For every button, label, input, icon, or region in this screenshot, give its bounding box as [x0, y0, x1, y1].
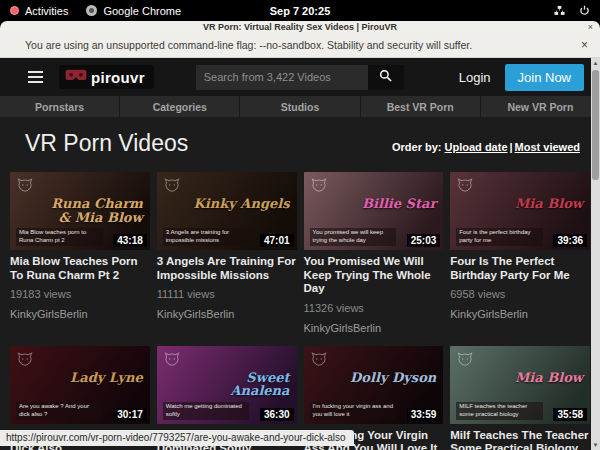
- video-thumbnail[interactable]: Sweet AnalenaWatch me getting dominated …: [157, 346, 297, 424]
- thumbnail-overlay-title: Lady Lyne: [70, 371, 143, 385]
- scroll-down-icon[interactable]: ▼: [593, 440, 599, 450]
- video-card[interactable]: Mia BlowFour is the perfect birthday par…: [450, 172, 590, 334]
- duration-badge: 39:36: [553, 234, 587, 247]
- duration-badge: 43:18: [113, 234, 147, 247]
- video-thumbnail[interactable]: Runa Charm & Mia BlowMia Blow teaches po…: [10, 172, 150, 250]
- thumbnail-caption: Mia Blow teaches porn to Runa Charm pt 2: [16, 228, 103, 246]
- window-title-bar: VR Porn: Virtual Reality Sex Videos | Pi…: [0, 21, 600, 33]
- vr-goggles-icon: [65, 68, 87, 86]
- clock[interactable]: Sep 7 20:25: [0, 5, 600, 17]
- thumbnail-overlay-title: Sweet Analena: [192, 371, 290, 398]
- video-thumbnail[interactable]: Dolly DysonI'm fucking your virgin ass a…: [304, 346, 444, 424]
- video-views: 6958 views: [450, 288, 590, 300]
- join-now-button[interactable]: Join Now: [505, 64, 584, 91]
- thumbnail-overlay-title: Billie Star: [362, 197, 436, 211]
- status-url: https://pirouvr.com/vr-porn-video/779325…: [0, 430, 354, 446]
- video-title[interactable]: Mia Blow Teaches Porn To Runa Charm Pt 2: [10, 255, 150, 282]
- search-icon: [379, 69, 392, 85]
- thumbnail-caption: MILF teaches the teacher some practical …: [456, 402, 543, 420]
- video-title[interactable]: Milf Teaches The Teacher Some Practical …: [450, 429, 590, 450]
- window-title: VR Porn: Virtual Reality Sex Videos | Pi…: [203, 22, 397, 32]
- duration-badge: 47:01: [260, 234, 294, 247]
- video-thumbnail[interactable]: Lady LyneAre you awake ? And your dick a…: [10, 346, 150, 424]
- thumbnail-overlay-title: Mia Blow: [515, 197, 583, 211]
- infobar-close-icon[interactable]: ×: [581, 38, 588, 52]
- order-by-label: Order by:: [392, 141, 442, 153]
- video-thumbnail[interactable]: Mia BlowFour is the perfect birthday par…: [450, 172, 590, 250]
- studio-cat-logo-icon: [164, 178, 180, 196]
- thumbnail-overlay-title: Runa Charm & Mia Blow: [45, 197, 143, 224]
- duration-badge: 36:30: [260, 408, 294, 421]
- nav-item-pornstars[interactable]: Pornstars: [0, 96, 120, 117]
- duration-badge: 35:58: [553, 408, 587, 421]
- duration-badge: 33:59: [407, 408, 441, 421]
- video-title[interactable]: You Promised We Will Keep Trying The Who…: [304, 255, 444, 296]
- studio-cat-logo-icon: [457, 178, 473, 196]
- order-most-viewed-link[interactable]: Most viewed: [515, 141, 580, 153]
- thumbnail-caption: Are you awake ? And your dick also ?: [16, 402, 103, 420]
- video-title[interactable]: 3 Angels Are Training For Impossible Mis…: [157, 255, 297, 282]
- video-views: 19183 views: [10, 288, 150, 300]
- thumbnail-caption: I'm fucking your virgin ass and you will…: [310, 402, 397, 420]
- scroll-up-icon[interactable]: ▲: [593, 58, 599, 68]
- login-link[interactable]: Login: [459, 70, 491, 85]
- thumbnail-caption: You promised we will keep trying the who…: [310, 228, 397, 246]
- thumbnail-caption: Watch me getting dominated softly: [163, 402, 250, 420]
- thumbnail-caption: 3 Angels are training for impossible mis…: [163, 228, 250, 246]
- thumbnail-overlay-title: Dolly Dyson: [350, 371, 436, 385]
- order-upload-date-link[interactable]: Upload date: [445, 141, 508, 153]
- video-thumbnail[interactable]: Billie StarYou promised we will keep try…: [304, 172, 444, 250]
- scrollbar-thumb[interactable]: [592, 70, 599, 180]
- video-studio-link[interactable]: KinkyGirlsBerlin: [157, 308, 297, 320]
- studio-cat-logo-icon: [311, 352, 327, 370]
- video-views: 11326 views: [304, 302, 444, 314]
- studio-cat-logo-icon: [457, 352, 473, 370]
- video-title[interactable]: Four Is The Perfect Birthday Party For M…: [450, 255, 590, 282]
- site-header: pirouvr Login Join Now: [0, 58, 600, 96]
- video-grid: Runa Charm & Mia BlowMia Blow teaches po…: [10, 172, 590, 450]
- network-icon[interactable]: [554, 5, 565, 16]
- thumbnail-caption: Four is the perfect birthday party for m…: [456, 228, 543, 246]
- order-by: Order by: Upload date|Most viewed: [392, 141, 580, 157]
- video-studio-link[interactable]: KinkyGirlsBerlin: [304, 322, 444, 334]
- scrollbar[interactable]: ▲ ▼: [591, 58, 600, 450]
- studio-cat-logo-icon: [17, 352, 33, 370]
- infobar-message: You are using an unsupported command-lin…: [25, 39, 472, 51]
- video-views: 11111 views: [157, 288, 297, 300]
- nav-item-best-vr-porn[interactable]: Best VR Porn: [361, 96, 481, 117]
- nav-item-new-vr-porn[interactable]: New VR Porn: [481, 96, 600, 117]
- system-top-bar: Activities Google Chrome Sep 7 20:25: [0, 0, 600, 21]
- category-nav: PornstarsCategoriesStudiosBest VR PornNe…: [0, 96, 600, 117]
- video-card[interactable]: Billie StarYou promised we will keep try…: [304, 172, 444, 334]
- window-close-icon[interactable]: ×: [588, 21, 593, 33]
- page-title: VR Porn Videos: [25, 130, 188, 157]
- thumbnail-overlay-title: Kinky Angels: [194, 197, 290, 211]
- thumbnail-overlay-title: Mia Blow: [515, 371, 583, 385]
- video-studio-link[interactable]: KinkyGirlsBerlin: [450, 308, 590, 320]
- site-logo[interactable]: pirouvr: [59, 65, 154, 89]
- nav-item-categories[interactable]: Categories: [120, 96, 240, 117]
- nav-item-studios[interactable]: Studios: [240, 96, 360, 117]
- site-logo-text: pirouvr: [91, 69, 145, 86]
- video-card[interactable]: Kinky Angels3 Angels are training for im…: [157, 172, 297, 334]
- studio-cat-logo-icon: [311, 178, 327, 196]
- studio-cat-logo-icon: [17, 178, 33, 196]
- duration-badge: 25:03: [407, 234, 441, 247]
- video-studio-link[interactable]: KinkyGirlsBerlin: [10, 308, 150, 320]
- power-icon[interactable]: [579, 5, 590, 16]
- search-input[interactable]: [196, 65, 368, 90]
- video-card[interactable]: Runa Charm & Mia BlowMia Blow teaches po…: [10, 172, 150, 334]
- video-thumbnail[interactable]: Kinky Angels3 Angels are training for im…: [157, 172, 297, 250]
- infobar: You are using an unsupported command-lin…: [0, 33, 600, 58]
- search-button[interactable]: [368, 65, 404, 90]
- duration-badge: 30:17: [113, 408, 147, 421]
- video-card[interactable]: Mia BlowMILF teaches the teacher some pr…: [450, 346, 590, 450]
- studio-cat-logo-icon: [164, 352, 180, 370]
- menu-hamburger-icon[interactable]: [28, 68, 43, 86]
- main-content: VR Porn Videos Order by: Upload date|Mos…: [0, 117, 600, 450]
- video-thumbnail[interactable]: Mia BlowMILF teaches the teacher some pr…: [450, 346, 590, 424]
